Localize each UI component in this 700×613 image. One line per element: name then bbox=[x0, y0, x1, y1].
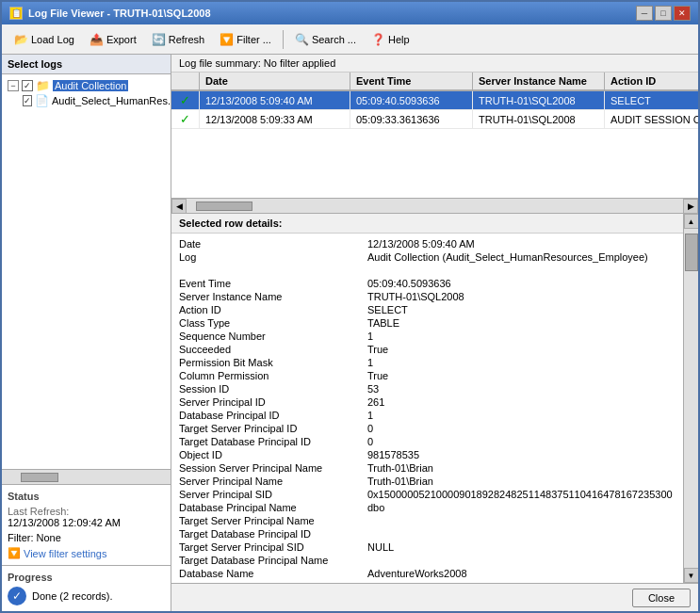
load-log-button[interactable]: 📂 Load Log bbox=[8, 30, 81, 49]
vscroll-up-btn[interactable]: ▲ bbox=[684, 214, 699, 229]
row1-check: ✓ bbox=[171, 91, 200, 109]
detail-value: 0x15000005210000901892824825114837511041… bbox=[367, 489, 676, 500]
detail-vscrollbar[interactable]: ▲ ▼ bbox=[683, 214, 698, 583]
col-header-check[interactable] bbox=[171, 73, 200, 89]
detail-row: Class Type TABLE bbox=[179, 316, 676, 330]
row2-server: TRUTH-01\SQL2008 bbox=[473, 110, 605, 128]
maximize-button[interactable]: □ bbox=[655, 6, 672, 21]
detail-value: 0 bbox=[367, 436, 676, 447]
help-label: Help bbox=[388, 34, 410, 45]
tree-child-label: Audit_Select_HumanRes... bbox=[52, 95, 171, 106]
tree-area: − ✓ 📁 Audit Collection ✓ 📄 Audit_Select_… bbox=[2, 74, 171, 469]
detail-label: Database Name bbox=[179, 568, 367, 579]
export-label: Export bbox=[106, 34, 137, 45]
hscroll-track[interactable] bbox=[187, 202, 683, 211]
main-window: 📋 Log File Viewer - TRUTH-01\SQL2008 ─ □… bbox=[0, 0, 700, 613]
load-log-icon: 📂 bbox=[14, 33, 28, 46]
detail-label: Schema Name bbox=[179, 581, 367, 583]
table-row[interactable]: ✓ 12/13/2008 5:09:40 AM 05:09:40.5093636… bbox=[171, 91, 698, 110]
col-header-server-instance[interactable]: Server Instance Name bbox=[473, 73, 605, 89]
col-header-event-time[interactable]: Event Time bbox=[350, 73, 473, 89]
filter-button[interactable]: 🔽 Filter ... bbox=[213, 30, 278, 49]
detail-row: Succeeded True bbox=[179, 343, 676, 356]
detail-label: Date bbox=[179, 238, 367, 250]
progress-header: Progress bbox=[8, 572, 165, 583]
export-button[interactable]: 📤 Export bbox=[83, 30, 143, 49]
view-filter-settings-link[interactable]: 🔽 View filter settings bbox=[8, 547, 165, 559]
filter-label: Filter: None bbox=[8, 532, 165, 543]
tree-expand-icon[interactable]: − bbox=[8, 80, 19, 91]
left-hscrollbar[interactable] bbox=[2, 469, 171, 484]
status-header: Status bbox=[8, 491, 165, 502]
table-header: Date Event Time Server Instance Name Act… bbox=[171, 73, 698, 91]
detail-row: Session ID 53 bbox=[179, 382, 676, 395]
detail-label: Permission Bit Mask bbox=[179, 357, 367, 368]
last-refresh-value: 12/13/2008 12:09:42 AM bbox=[8, 517, 165, 528]
app-icon: 📋 bbox=[9, 7, 23, 20]
detail-value: True bbox=[367, 344, 676, 355]
hscroll-right-btn[interactable]: ▶ bbox=[683, 199, 698, 214]
filter-label: Filter ... bbox=[236, 34, 271, 45]
vscroll-down-btn[interactable]: ▼ bbox=[684, 568, 699, 583]
detail-row: Action ID SELECT bbox=[179, 303, 676, 316]
col-header-action-id[interactable]: Action ID bbox=[605, 73, 698, 89]
help-icon: ❓ bbox=[371, 33, 385, 46]
detail-label: Database Principal ID bbox=[179, 410, 367, 421]
detail-row: Object ID 981578535 bbox=[179, 448, 676, 461]
vscroll-track[interactable] bbox=[684, 229, 698, 568]
detail-label: Server Principal Name bbox=[179, 476, 367, 487]
vscroll-thumb[interactable] bbox=[685, 234, 698, 271]
detail-row: Schema Name HumanResources bbox=[179, 580, 676, 583]
detail-table: Date 12/13/2008 5:09:40 AM Log Audit Col… bbox=[179, 237, 676, 583]
row1-action: SELECT bbox=[605, 91, 698, 109]
detail-row: Target Server Principal Name bbox=[179, 514, 676, 527]
table-row[interactable]: ✓ 12/13/2008 5:09:33 AM 05:09:33.3613636… bbox=[171, 110, 698, 129]
log-summary-text: Log file summary: No filter applied bbox=[179, 57, 335, 69]
search-button[interactable]: 🔍 Search ... bbox=[288, 30, 363, 49]
detail-label: Database Principal Name bbox=[179, 502, 367, 513]
detail-label: Target Database Principal ID bbox=[179, 436, 367, 447]
detail-scroll[interactable]: Date 12/13/2008 5:09:40 AM Log Audit Col… bbox=[171, 234, 683, 583]
toolbar-separator bbox=[283, 30, 284, 49]
tree-root-checkbox[interactable]: ✓ bbox=[22, 80, 33, 91]
detail-row: Database Principal ID 1 bbox=[179, 409, 676, 422]
detail-value: HumanResources bbox=[367, 581, 676, 583]
detail-row: Server Principal SID 0x15000005210000901… bbox=[179, 488, 676, 501]
left-panel: Select logs − ✓ 📁 Audit Collection ✓ 📄 A… bbox=[2, 55, 171, 611]
tree-root-item[interactable]: − ✓ 📁 Audit Collection bbox=[6, 78, 167, 93]
left-hscroll-thumb[interactable] bbox=[21, 473, 58, 482]
tree-child-checkbox[interactable]: ✓ bbox=[23, 95, 32, 106]
detail-label: Server Principal SID bbox=[179, 489, 367, 500]
detail-value bbox=[367, 555, 676, 566]
right-panel: Log file summary: No filter applied Date… bbox=[171, 55, 698, 611]
detail-value: 05:09:40.5093636 bbox=[367, 278, 676, 289]
row2-action: AUDIT SESSION CHANGE bbox=[605, 110, 698, 128]
tree-children: ✓ 📄 Audit_Select_HumanRes... bbox=[21, 93, 167, 108]
title-bar-content: 📋 Log File Viewer - TRUTH-01\SQL2008 bbox=[9, 7, 211, 20]
export-icon: 📤 bbox=[90, 33, 104, 46]
close-button[interactable]: Close bbox=[632, 589, 691, 607]
col-header-date[interactable]: Date bbox=[200, 73, 350, 89]
detail-value: 981578535 bbox=[367, 449, 676, 460]
detail-row: Date 12/13/2008 5:09:40 AM bbox=[179, 237, 676, 250]
toolbar: 📂 Load Log 📤 Export 🔄 Refresh 🔽 Filter .… bbox=[2, 24, 698, 55]
refresh-button[interactable]: 🔄 Refresh bbox=[145, 30, 212, 49]
tree-child-item[interactable]: ✓ 📄 Audit_Select_HumanRes... bbox=[21, 93, 167, 108]
progress-panel: Progress ✓ Done (2 records). bbox=[2, 565, 171, 611]
hscroll-left-btn[interactable]: ◀ bbox=[171, 199, 187, 214]
detail-label: Target Database Principal ID bbox=[179, 528, 367, 540]
main-area: Select logs − ✓ 📁 Audit Collection ✓ 📄 A… bbox=[2, 55, 698, 611]
detail-value: 0 bbox=[367, 423, 676, 434]
filter-icon: 🔽 bbox=[220, 33, 234, 46]
detail-row: Target Server Principal SID NULL bbox=[179, 540, 676, 554]
detail-value: 1 bbox=[367, 357, 676, 368]
table-hscrollbar[interactable]: ◀ ▶ bbox=[171, 198, 698, 213]
detail-value: TRUTH-01\SQL2008 bbox=[367, 291, 676, 302]
progress-item: ✓ Done (2 records). bbox=[8, 587, 165, 605]
minimize-button[interactable]: ─ bbox=[636, 6, 653, 21]
filter-icon: 🔽 bbox=[8, 547, 21, 559]
hscroll-thumb[interactable] bbox=[196, 202, 252, 211]
help-button[interactable]: ❓ Help bbox=[365, 30, 416, 49]
close-window-button[interactable]: ✕ bbox=[674, 6, 691, 21]
detail-label: Object ID bbox=[179, 449, 367, 460]
